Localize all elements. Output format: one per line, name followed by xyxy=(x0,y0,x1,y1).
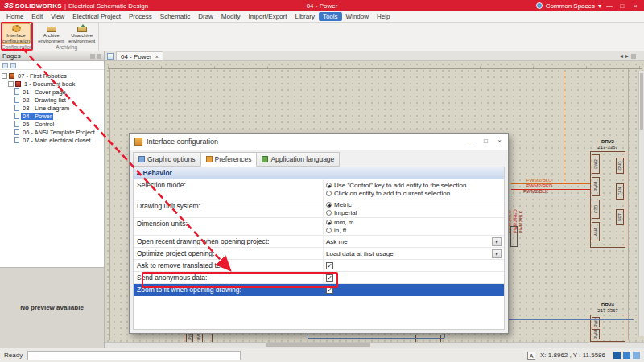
project-icon xyxy=(9,73,14,79)
graphic-options-icon xyxy=(138,156,145,162)
tab-scroll-left-icon[interactable]: ◂ xyxy=(620,52,623,60)
dropdown-value[interactable]: Ask me xyxy=(326,238,348,245)
unarchive-environment-icon xyxy=(77,27,87,32)
dropdown-arrow-icon[interactable]: ▾ xyxy=(492,249,502,258)
menu-draw[interactable]: Draw xyxy=(194,12,217,21)
preferences-content: ▴ Behavior Selection mode: Use "Control"… xyxy=(133,167,505,330)
command-input[interactable] xyxy=(27,351,241,360)
sheet-list-icon[interactable] xyxy=(107,53,114,60)
horizontal-scrollbar[interactable] xyxy=(105,342,644,348)
page-item-main-electrical-closet[interactable]: 07 - Main electrical closet xyxy=(0,136,104,144)
radio-metric[interactable] xyxy=(326,202,332,208)
row-label: Zoom to fit when opening drawing: xyxy=(134,284,323,296)
row-label: Send anonymous data: xyxy=(134,272,323,283)
row-label: Dimension units: xyxy=(134,218,323,235)
ribbon-group-label-configuration: Configuration xyxy=(2,44,33,51)
preferences-icon xyxy=(206,156,213,162)
pages-panel-toolbar xyxy=(0,61,104,70)
minimize-button[interactable]: — xyxy=(605,2,614,10)
unarchive-environment-button[interactable]: Unarchive environment xyxy=(68,23,97,44)
menu-modify[interactable]: Modify xyxy=(217,12,245,21)
checkbox-send-anonymous-data[interactable]: ✓ xyxy=(326,274,333,282)
menu-home[interactable]: Home xyxy=(2,12,27,21)
radio-in-ft[interactable] xyxy=(326,228,332,233)
interface-configuration-button[interactable]: Interface configuration xyxy=(2,23,31,44)
port-ana: ANA xyxy=(592,222,600,241)
close-button[interactable]: × xyxy=(630,2,640,10)
checkbox-zoom-to-fit[interactable]: ✓ xyxy=(326,286,333,294)
page-icon xyxy=(14,113,19,119)
page-item-cover-page[interactable]: 01 - Cover page xyxy=(0,88,104,96)
account-name[interactable]: Common Spaces xyxy=(546,2,595,10)
row-optimize-project-opening: Optimize project opening: Load data at f… xyxy=(134,248,504,260)
globe-icon xyxy=(536,2,543,9)
tab-close-icon[interactable]: × xyxy=(155,54,159,60)
scrollbar-thumb[interactable] xyxy=(266,343,370,347)
tab-list-icon[interactable] xyxy=(631,54,636,59)
menu-import-export[interactable]: Import/Export xyxy=(244,12,291,21)
panel-pin-icon[interactable] xyxy=(97,54,101,59)
row-label: Selection mode: xyxy=(134,179,323,200)
menu-help[interactable]: Help xyxy=(373,12,394,21)
tree-expander-icon[interactable] xyxy=(2,73,7,79)
schematic-terminal-block xyxy=(510,226,518,247)
document-tab-power[interactable]: 04 - Power × xyxy=(116,51,163,60)
tree-expander-icon[interactable] xyxy=(8,81,14,87)
tray-layers-icon[interactable] xyxy=(633,352,640,359)
btn-label-line1: Unarchive xyxy=(71,33,93,38)
application-language-icon xyxy=(262,156,268,162)
port-can: CAN xyxy=(616,183,624,200)
dialog-close-button[interactable]: × xyxy=(493,135,506,148)
dialog-minimize-button[interactable]: — xyxy=(465,135,479,148)
coordinate-mode-badge: A xyxy=(527,352,535,360)
page-item-control[interactable]: 05 - Control xyxy=(0,120,104,128)
menubar: Home Edit View Electrical Project Proces… xyxy=(0,11,644,23)
account-chevron-icon[interactable]: ▾ xyxy=(598,2,601,10)
page-item-ansi-template[interactable]: 06 - ANSI Template Project xyxy=(0,128,104,136)
tray-grid-icon[interactable] xyxy=(613,352,621,359)
tab-application-language[interactable]: Application language xyxy=(256,152,340,167)
radio-click-entity[interactable] xyxy=(326,191,332,196)
menu-schematic[interactable]: Schematic xyxy=(156,12,194,21)
tab-graphic-options[interactable]: Graphic options xyxy=(133,152,201,167)
radio-mm-m[interactable] xyxy=(326,220,332,225)
scrollbar-thumb[interactable] xyxy=(640,73,643,130)
radio-use-control-key[interactable] xyxy=(326,183,332,188)
expand-all-icon[interactable] xyxy=(10,63,16,68)
behavior-section-header[interactable]: ▴ Behavior xyxy=(134,167,504,179)
tab-preferences[interactable]: Preferences xyxy=(200,152,258,167)
port-pwm: PWM xyxy=(592,177,600,196)
page-item-line-diagram[interactable]: 03 - Line diagram xyxy=(0,104,104,112)
maximize-button[interactable]: □ xyxy=(617,2,627,10)
menu-electrical-project[interactable]: Electrical Project xyxy=(68,12,125,21)
checkbox-remove-translated-text[interactable]: ✓ xyxy=(326,262,333,269)
tree-item-document-book[interactable]: 1 - Document book xyxy=(0,80,104,88)
menu-tools[interactable]: Tools xyxy=(319,12,342,21)
solidworks-logo: ЗS xyxy=(4,2,14,10)
row-send-anonymous-data: Send anonymous data: ✓ xyxy=(134,272,504,284)
dialog-titlebar[interactable]: Interface configuration — □ × xyxy=(130,134,508,150)
btn-label-line2: environment xyxy=(68,39,95,43)
menu-edit[interactable]: Edit xyxy=(27,12,47,21)
vertical-scrollbar[interactable] xyxy=(638,71,644,336)
menu-view[interactable]: View xyxy=(47,12,68,21)
row-label: Optimize project opening: xyxy=(134,248,323,259)
page-item-power[interactable]: 04 - Power xyxy=(0,112,104,120)
dropdown-arrow-icon[interactable]: ▾ xyxy=(492,237,502,246)
page-item-drawing-list[interactable]: 02 - Drawing list xyxy=(0,96,104,104)
collapse-icon[interactable]: ▴ xyxy=(137,170,140,176)
tab-scroll-right-icon[interactable]: ▸ xyxy=(625,52,629,60)
radio-imperial[interactable] xyxy=(326,210,332,216)
menu-process[interactable]: Process xyxy=(125,12,156,21)
tree-item-project[interactable]: 07 - First Robotics xyxy=(0,72,104,80)
screen: ЗS SOLIDWORKS | Electrical Schematic Des… xyxy=(0,0,644,362)
panel-menu-icon[interactable] xyxy=(90,54,95,59)
titlebar-separator: | xyxy=(64,2,66,10)
dialog-maximize-button[interactable]: □ xyxy=(479,135,493,148)
archive-environment-button[interactable]: Archive environment xyxy=(37,23,66,44)
tray-snap-icon[interactable] xyxy=(623,352,630,359)
collapse-all-icon[interactable] xyxy=(2,63,8,68)
menu-library[interactable]: Library xyxy=(291,12,318,21)
menu-window[interactable]: Window xyxy=(342,12,373,21)
dropdown-value[interactable]: Load data at first usage xyxy=(326,250,394,257)
